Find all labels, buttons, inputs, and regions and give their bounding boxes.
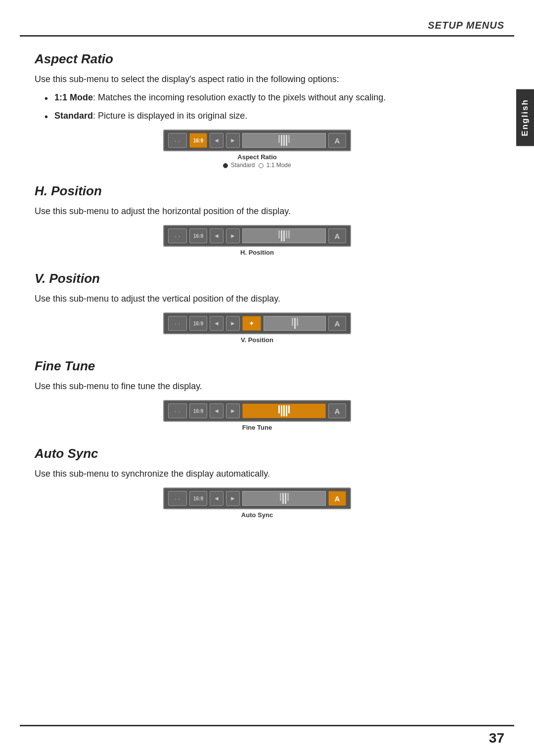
aspect-ratio-desc: Use this sub-menu to select the display'…	[35, 73, 480, 86]
osd-h-position-label: H. Position	[240, 249, 274, 256]
bar-v2	[294, 318, 296, 329]
term-11mode: 1:1 Mode	[54, 92, 93, 102]
osd-auto-sync-label: Auto Sync	[241, 511, 273, 519]
english-tab: English	[516, 89, 534, 146]
osd-icon-cell-v: · ·	[168, 316, 187, 331]
radio-dot-11mode	[259, 163, 264, 168]
bar-s4	[286, 135, 287, 146]
osd-ratio-cell-v: 16:9	[189, 316, 207, 331]
aspect-ratio-title: Aspect Ratio	[35, 51, 480, 67]
main-content: Aspect Ratio Use this sub-menu to select…	[0, 37, 514, 553]
bar-v3	[297, 318, 298, 326]
h-position-desc: Use this sub-menu to adjust the horizont…	[35, 205, 480, 218]
auto-sync-desc: Use this sub-menu to synchronize the dis…	[35, 467, 480, 481]
osd-ratio-cell-h: 16:9	[189, 228, 207, 243]
auto-sync-title: Auto Sync	[35, 446, 480, 461]
osd-a-cell-ft: A	[328, 403, 346, 418]
header-bar: SETUP MENUS	[0, 0, 534, 35]
osd-a-cell-v: A	[328, 316, 346, 331]
osd-aspect-ratio-sublabel: Standard 1:1 Mode	[223, 162, 291, 169]
osd-nav-right-ft: ►	[226, 403, 240, 418]
osd-h-position: · · 16:9 ◄ ► A H. Po	[35, 225, 480, 256]
bottom-divider	[20, 725, 514, 726]
osd-fine-tune: · · 16:9 ◄ ► A Fine	[35, 400, 480, 431]
osd-a-cell-h: A	[328, 228, 346, 243]
osd-nav-right-as: ►	[226, 491, 240, 506]
osd-nav-left-h: ◄	[210, 228, 223, 243]
osd-bar-cell-ft-hl	[242, 403, 326, 418]
bar-stripes	[278, 135, 290, 146]
page-number: 37	[489, 730, 504, 746]
osd-bar-cell-as	[242, 491, 326, 506]
page-container: SETUP MENUS English Aspect Ratio Use thi…	[0, 0, 534, 756]
bar-s2	[281, 135, 282, 146]
bar-as3	[285, 493, 286, 504]
osd-nav-left: ◄	[210, 133, 223, 148]
aspect-ratio-bullets: 1:1 Mode: Matches the incoming resolutio…	[44, 91, 480, 123]
h-position-title: H. Position	[35, 183, 480, 199]
osd-aspect-ratio: · · 16:9 ◄ ► A Aspec	[35, 130, 480, 169]
osd-a-cell: A	[328, 133, 346, 148]
osd-nav-right-h: ►	[226, 228, 240, 243]
section-v-position: V. Position Use this sub-menu to adjust …	[35, 271, 480, 344]
text-standard: : Picture is displayed in its original s…	[93, 111, 247, 121]
bar-as4	[287, 493, 289, 501]
bar-ft3	[283, 405, 285, 416]
text-11mode: : Matches the incoming resolution exactl…	[93, 92, 386, 102]
osd-icon-cell: · ·	[168, 133, 187, 148]
bar-ft2	[281, 405, 282, 416]
setup-menus-title: SETUP MENUS	[428, 20, 504, 31]
radio-standard: Standard	[223, 162, 255, 169]
bar-s5	[288, 135, 290, 143]
osd-bar-cell	[242, 133, 326, 148]
bullet-11mode: 1:1 Mode: Matches the incoming resolutio…	[44, 91, 480, 104]
fine-tune-desc: Use this sub-menu to fine tune the displ…	[35, 380, 480, 393]
osd-icon-cell-as: · ·	[168, 491, 187, 506]
radio-dot-standard	[223, 163, 228, 168]
osd-menu-h-position: · · 16:9 ◄ ► A	[163, 225, 351, 247]
bar-s3	[283, 135, 285, 146]
bar-s1	[278, 135, 280, 143]
bar-as2	[282, 493, 284, 504]
section-aspect-ratio: Aspect Ratio Use this sub-menu to select…	[35, 51, 480, 169]
osd-bar-cell-v	[264, 316, 326, 331]
osd-a-cell-as-hl: A	[328, 491, 346, 506]
osd-ratio-cell-highlighted: 16:9	[189, 133, 207, 148]
osd-fine-tune-label: Fine Tune	[242, 424, 272, 431]
osd-icon-cell-h: · ·	[168, 228, 187, 243]
osd-nav-left-as: ◄	[210, 491, 223, 506]
v-position-desc: Use this sub-menu to adjust the vertical…	[35, 292, 480, 306]
osd-ratio-cell-ft: 16:9	[189, 403, 207, 418]
bar-as1	[280, 493, 281, 501]
bullet-standard: Standard: Picture is displayed in its or…	[44, 109, 480, 123]
osd-auto-sync: · · 16:9 ◄ ► A Auto Sync	[35, 488, 480, 519]
osd-menu-auto-sync: · · 16:9 ◄ ► A	[163, 488, 351, 509]
osd-ratio-cell-as: 16:9	[189, 491, 207, 506]
bar-ft1	[278, 405, 280, 413]
term-standard: Standard	[54, 111, 93, 121]
osd-aspect-ratio-label: Aspect Ratio	[237, 153, 276, 161]
osd-center-cell-v-hl: ✦	[242, 316, 261, 331]
osd-v-position: · · 16:9 ◄ ► ✦ A V. Position	[35, 312, 480, 344]
osd-menu-v-position: · · 16:9 ◄ ► ✦ A	[163, 312, 351, 334]
fine-tune-title: Fine Tune	[35, 358, 480, 374]
section-fine-tune: Fine Tune Use this sub-menu to fine tune…	[35, 358, 480, 431]
bar-stripes-h	[278, 230, 290, 241]
osd-icon-cell-ft: · ·	[168, 403, 187, 418]
section-h-position: H. Position Use this sub-menu to adjust …	[35, 183, 480, 256]
bar-ft4	[286, 405, 287, 416]
bar-stripes-ft	[278, 405, 290, 416]
osd-bar-cell-h	[242, 228, 326, 243]
osd-nav-left-v: ◄	[210, 316, 223, 331]
osd-nav-right: ►	[226, 133, 240, 148]
bar-h3	[283, 230, 285, 241]
bar-stripes-v	[292, 318, 298, 329]
bar-stripes-as	[280, 493, 289, 504]
bar-ft5	[288, 405, 290, 413]
osd-menu-fine-tune: · · 16:9 ◄ ► A	[163, 400, 351, 422]
bar-h1	[278, 230, 280, 238]
bar-h2	[281, 230, 282, 241]
radio-11mode: 1:1 Mode	[259, 162, 291, 169]
osd-nav-right-v: ►	[226, 316, 240, 331]
osd-menu-aspect-ratio: · · 16:9 ◄ ► A	[163, 130, 351, 151]
